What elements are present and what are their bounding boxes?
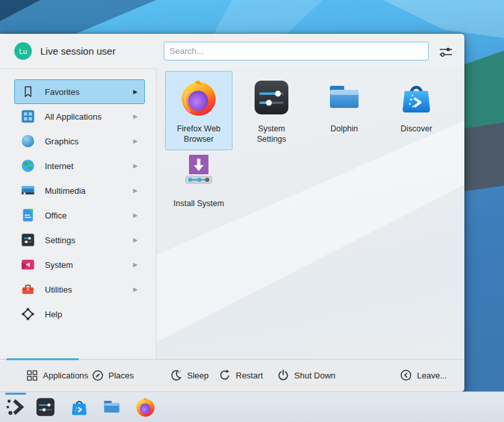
sidebar-item-settings[interactable]: Settings ▶ bbox=[14, 228, 145, 252]
app-item-label: System Settings bbox=[243, 124, 300, 144]
app-item-firefox[interactable]: Firefox Web Browser bbox=[165, 71, 233, 150]
taskbar-panel bbox=[0, 391, 504, 422]
sliders-icon bbox=[437, 44, 454, 60]
sidebar-item-label: Internet bbox=[45, 161, 133, 171]
sleep-button[interactable]: z z Sleep bbox=[170, 360, 208, 391]
toolbox-icon bbox=[20, 282, 36, 297]
favorites-grid: Firefox Web Browser System Settings bbox=[157, 68, 464, 360]
app-item-discover[interactable]: Discover bbox=[383, 71, 450, 140]
application-launcher-window: Lu Live session user Favorites ▶ bbox=[0, 34, 464, 391]
chevron-right-icon: ▶ bbox=[133, 138, 138, 144]
avatar-initials: Lu bbox=[19, 47, 27, 55]
help-icon bbox=[20, 306, 36, 322]
chevron-right-icon: ▶ bbox=[133, 212, 138, 218]
sidebar-item-favorites[interactable]: Favorites ▶ bbox=[14, 79, 145, 104]
taskbar-system-settings-button[interactable] bbox=[34, 395, 57, 419]
tab-label: Applications bbox=[43, 371, 88, 380]
chevron-right-icon: ▶ bbox=[133, 163, 138, 169]
sidebar-item-label: Settings bbox=[45, 235, 133, 245]
sidebar-item-label: Help bbox=[45, 310, 139, 319]
sidebar-item-help[interactable]: Help bbox=[14, 302, 145, 326]
dolphin-folder-icon bbox=[101, 396, 123, 418]
chevron-right-icon: ▶ bbox=[133, 88, 138, 95]
svg-text:z: z bbox=[180, 369, 181, 373]
app-item-install-system[interactable]: Install System bbox=[165, 146, 233, 215]
multimedia-screen-icon bbox=[20, 183, 36, 198]
app-item-label: Install System bbox=[173, 198, 224, 209]
sidebar-item-label: Graphics bbox=[45, 137, 133, 146]
system-settings-icon bbox=[251, 77, 292, 118]
taskbar-dolphin-button[interactable] bbox=[100, 395, 123, 419]
tab-places[interactable]: Places bbox=[92, 360, 134, 391]
action-label: Sleep bbox=[187, 371, 208, 380]
sidebar-item-system[interactable]: System ▶ bbox=[14, 252, 145, 277]
install-system-icon bbox=[178, 152, 220, 193]
chevron-right-icon: ▶ bbox=[133, 286, 138, 293]
grid-icon bbox=[26, 369, 38, 382]
launcher-header: Lu Live session user bbox=[0, 34, 464, 69]
dolphin-folder-icon bbox=[323, 77, 365, 118]
user-name: Live session user bbox=[40, 34, 116, 68]
sidebar-item-office[interactable]: Office ▶ bbox=[14, 203, 145, 228]
search-input[interactable] bbox=[164, 42, 429, 60]
bookmark-icon bbox=[20, 84, 36, 99]
system-monitor-icon bbox=[20, 257, 36, 272]
leave-button[interactable]: Leave... bbox=[399, 360, 447, 391]
sidebar-item-all-applications[interactable]: All Applications ▶ bbox=[14, 104, 145, 129]
sidebar-item-label: Multimedia bbox=[45, 186, 133, 196]
category-sidebar: Favorites ▶ All Applications ▶ bbox=[0, 68, 156, 360]
taskbar-firefox-button[interactable] bbox=[134, 395, 157, 419]
sidebar-item-label: Office bbox=[45, 211, 133, 220]
sidebar-item-label: All Applications bbox=[45, 112, 133, 122]
action-label: Restart bbox=[236, 371, 263, 380]
chevron-right-icon: ▶ bbox=[133, 261, 138, 268]
discover-bag-icon bbox=[396, 77, 437, 118]
power-icon bbox=[277, 369, 290, 382]
system-settings-icon bbox=[34, 396, 57, 418]
action-label: Leave... bbox=[417, 371, 447, 380]
chevron-right-icon: ▶ bbox=[133, 113, 138, 120]
all-applications-icon bbox=[20, 109, 36, 124]
sidebar-item-label: System bbox=[45, 260, 133, 270]
discover-bag-icon bbox=[68, 396, 90, 418]
app-item-label: Discover bbox=[401, 124, 433, 134]
restart-arrow-icon bbox=[218, 369, 231, 382]
app-item-dolphin[interactable]: Dolphin bbox=[310, 71, 378, 140]
sidebar-item-graphics[interactable]: Graphics ▶ bbox=[14, 129, 145, 153]
app-item-label: Dolphin bbox=[331, 124, 358, 134]
leave-circle-icon bbox=[399, 369, 412, 382]
app-item-system-settings[interactable]: System Settings bbox=[238, 71, 305, 150]
taskbar-discover-button[interactable] bbox=[68, 395, 91, 419]
kde-launcher-icon bbox=[5, 396, 27, 418]
chevron-right-icon: ▶ bbox=[133, 237, 138, 243]
sidebar-item-label: Favorites bbox=[45, 87, 133, 97]
shut-down-button[interactable]: Shut Down bbox=[277, 360, 336, 391]
compass-icon bbox=[92, 369, 104, 382]
settings-sliders-icon bbox=[20, 232, 36, 248]
user-avatar[interactable]: Lu bbox=[14, 42, 32, 60]
action-label: Shut Down bbox=[294, 371, 336, 380]
sidebar-item-utilities[interactable]: Utilities ▶ bbox=[14, 277, 145, 302]
restart-button[interactable]: Restart bbox=[218, 360, 263, 391]
firefox-icon bbox=[178, 77, 220, 118]
tab-applications[interactable]: Applications bbox=[26, 360, 88, 391]
moon-icon: z z bbox=[170, 369, 183, 382]
launcher-footer: Applications Places z z Sleep bbox=[0, 359, 464, 391]
tab-label: Places bbox=[108, 371, 134, 380]
taskbar-active-indicator bbox=[5, 393, 26, 395]
taskbar-application-launcher-button[interactable] bbox=[4, 395, 27, 419]
globe-icon bbox=[20, 158, 36, 174]
sidebar-item-multimedia[interactable]: Multimedia ▶ bbox=[14, 178, 145, 203]
graphics-sphere-icon bbox=[20, 133, 36, 149]
chevron-right-icon: ▶ bbox=[133, 187, 138, 194]
sidebar-item-label: Utilities bbox=[45, 285, 133, 295]
app-item-label: Firefox Web Browser bbox=[170, 124, 227, 144]
office-document-icon bbox=[20, 207, 36, 223]
firefox-icon bbox=[134, 396, 157, 418]
sidebar-item-internet[interactable]: Internet ▶ bbox=[14, 153, 145, 178]
configure-button[interactable] bbox=[436, 44, 455, 60]
